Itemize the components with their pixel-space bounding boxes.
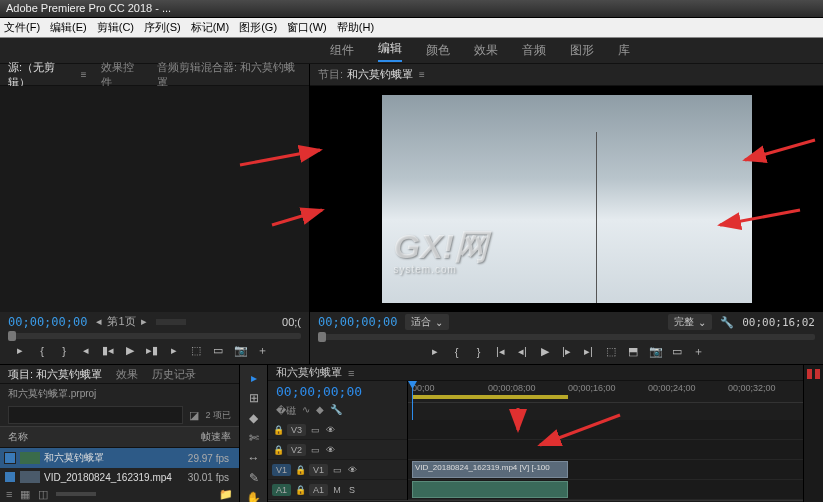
lock-icon[interactable]: 🔒 bbox=[272, 445, 284, 455]
lock-icon[interactable]: 🔒 bbox=[294, 485, 306, 495]
overwrite-icon[interactable]: ▭ bbox=[212, 344, 224, 357]
workspace-assembly[interactable]: 组件 bbox=[330, 42, 354, 59]
page-next-icon[interactable]: ▸ bbox=[138, 315, 150, 328]
video-clip[interactable]: VID_20180824_162319.mp4 [V] [-100 bbox=[412, 461, 568, 478]
track-a1[interactable] bbox=[408, 480, 803, 500]
history-tab[interactable]: 历史记录 bbox=[152, 367, 196, 382]
settings-icon[interactable]: 🔧 bbox=[720, 316, 734, 329]
hand-tool-icon[interactable]: ✋ bbox=[245, 491, 263, 502]
source-monitor[interactable] bbox=[0, 86, 309, 312]
toggle-output-icon[interactable]: ▭ bbox=[309, 445, 321, 455]
source-tab-audiomixer[interactable]: 音频剪辑混合器: 和六莫钓蛾罩 bbox=[157, 60, 301, 90]
checkbox-icon[interactable] bbox=[4, 471, 16, 483]
export-frame-icon[interactable]: 📷 bbox=[649, 345, 661, 358]
track-select-tool-icon[interactable]: ⊞ bbox=[245, 391, 263, 405]
track-v1[interactable]: VID_20180824_162319.mp4 [V] [-100 bbox=[408, 460, 803, 480]
timeline-ruler[interactable]: 00;00 00;00;08;00 00;00;16;00 00;00;24;0… bbox=[408, 381, 803, 403]
workspace-effects[interactable]: 效果 bbox=[474, 42, 498, 59]
program-timecode[interactable]: 00;00;00;00 bbox=[318, 315, 397, 329]
goto-out-icon[interactable]: ▸| bbox=[583, 345, 595, 358]
mark-in-icon[interactable]: ▸ bbox=[14, 344, 26, 357]
menu-help[interactable]: 帮助(H) bbox=[337, 20, 374, 35]
lift-icon[interactable]: ⬚ bbox=[605, 345, 617, 358]
toggle-output-icon[interactable]: ▭ bbox=[331, 465, 343, 475]
eye-icon[interactable]: 👁 bbox=[324, 425, 336, 435]
toggle-output-icon[interactable]: ▭ bbox=[309, 425, 321, 435]
freeform-view-icon[interactable]: ◫ bbox=[38, 488, 48, 501]
project-row[interactable]: VID_20180824_162319.mp4 30.01 fps bbox=[0, 468, 239, 486]
bracket-out-icon[interactable]: } bbox=[473, 346, 485, 358]
program-tab[interactable]: 和六莫钓蛾罩 bbox=[347, 67, 413, 82]
plus-icon[interactable]: ＋ bbox=[693, 344, 705, 359]
track-header-v2[interactable]: 🔒V2▭👁 bbox=[268, 440, 407, 460]
plus-icon[interactable]: ＋ bbox=[256, 343, 268, 358]
goto-in-icon[interactable]: ◂ bbox=[80, 344, 92, 357]
page-slider[interactable] bbox=[156, 319, 186, 325]
lock-icon[interactable]: 🔒 bbox=[272, 425, 284, 435]
pen-tool-icon[interactable]: ✎ bbox=[245, 471, 263, 485]
track-header-a1[interactable]: A1🔒A1MS bbox=[268, 480, 407, 500]
program-fit-dropdown[interactable]: 适合 ⌄ bbox=[405, 314, 449, 330]
program-scrubber[interactable] bbox=[318, 334, 815, 340]
timeline-title[interactable]: 和六莫钓蛾罩 bbox=[276, 365, 342, 380]
column-fps[interactable]: 帧速率 bbox=[181, 427, 239, 447]
slip-tool-icon[interactable]: ↔ bbox=[245, 451, 263, 465]
timeline-timecode[interactable]: 00;00;00;00 bbox=[268, 381, 407, 402]
new-bin-icon[interactable]: 📁 bbox=[219, 488, 233, 501]
source-tab-noclip[interactable]: 源:（无剪辑） bbox=[8, 60, 75, 90]
menu-graphics[interactable]: 图形(G) bbox=[239, 20, 277, 35]
step-back-icon[interactable]: ◂| bbox=[517, 345, 529, 358]
project-search-input[interactable] bbox=[8, 406, 183, 424]
menu-file[interactable]: 文件(F) bbox=[4, 20, 40, 35]
export-frame-icon[interactable]: 📷 bbox=[234, 344, 246, 357]
page-prev-icon[interactable]: ◂ bbox=[93, 315, 105, 328]
settings-icon[interactable]: 🔧 bbox=[330, 404, 342, 418]
track-v2[interactable] bbox=[408, 440, 803, 460]
timeline-menu-icon[interactable]: ≡ bbox=[348, 367, 354, 379]
linked-selection-icon[interactable]: ∿ bbox=[302, 404, 310, 418]
audio-clip[interactable] bbox=[412, 481, 568, 498]
play-icon[interactable]: ▶ bbox=[124, 344, 136, 357]
zoom-slider[interactable] bbox=[56, 492, 96, 496]
snap-icon[interactable]: �磁 bbox=[276, 404, 296, 418]
insert-icon[interactable]: ⬚ bbox=[190, 344, 202, 357]
workspace-editing[interactable]: 编辑 bbox=[378, 40, 402, 62]
extract-icon[interactable]: ⬒ bbox=[627, 345, 639, 358]
icon-view-icon[interactable]: ▦ bbox=[20, 488, 30, 501]
ripple-tool-icon[interactable]: ◆ bbox=[245, 411, 263, 425]
list-view-icon[interactable]: ≡ bbox=[6, 488, 12, 500]
workspace-audio[interactable]: 音频 bbox=[522, 42, 546, 59]
project-tab[interactable]: 项目: 和六莫钓蛾罩 bbox=[8, 367, 102, 382]
menu-window[interactable]: 窗口(W) bbox=[287, 20, 327, 35]
goto-in-icon[interactable]: |◂ bbox=[495, 345, 507, 358]
workspace-color[interactable]: 颜色 bbox=[426, 42, 450, 59]
close-icon[interactable]: ≡ bbox=[81, 69, 87, 80]
work-area-bar[interactable] bbox=[412, 395, 568, 399]
marker-icon[interactable]: ◆ bbox=[316, 404, 324, 418]
column-name[interactable]: 名称 bbox=[0, 427, 181, 447]
goto-out-icon[interactable]: ▸ bbox=[168, 344, 180, 357]
menu-clip[interactable]: 剪辑(C) bbox=[97, 20, 134, 35]
mark-in-icon[interactable]: ▸ bbox=[429, 345, 441, 358]
play-icon[interactable]: ▶ bbox=[539, 345, 551, 358]
step-fwd-icon[interactable]: ▸▮ bbox=[146, 344, 158, 357]
mute-icon[interactable]: M bbox=[331, 485, 343, 495]
menu-sequence[interactable]: 序列(S) bbox=[144, 20, 181, 35]
program-monitor[interactable]: GX!网 system.com bbox=[310, 86, 823, 312]
program-menu-icon[interactable]: ≡ bbox=[419, 69, 425, 80]
eye-icon[interactable]: 👁 bbox=[346, 465, 358, 475]
filter-icon[interactable]: ◪ bbox=[189, 409, 199, 422]
source-timecode[interactable]: 00;00;00;00 bbox=[8, 315, 87, 329]
eye-icon[interactable]: 👁 bbox=[324, 445, 336, 455]
step-back-icon[interactable]: ▮◂ bbox=[102, 344, 114, 357]
bracket-in-icon[interactable]: { bbox=[451, 346, 463, 358]
workspace-graphics[interactable]: 图形 bbox=[570, 42, 594, 59]
effects-tab[interactable]: 效果 bbox=[116, 367, 138, 382]
source-tab-effectcontrols[interactable]: 效果控件 bbox=[101, 60, 143, 90]
menu-edit[interactable]: 编辑(E) bbox=[50, 20, 87, 35]
program-resolution-dropdown[interactable]: 完整 ⌄ bbox=[668, 314, 712, 330]
selection-tool-icon[interactable]: ▸ bbox=[245, 371, 263, 385]
track-header-v1[interactable]: V1🔒V1▭👁 bbox=[268, 460, 407, 480]
solo-icon[interactable]: S bbox=[346, 485, 358, 495]
menu-marker[interactable]: 标记(M) bbox=[191, 20, 230, 35]
